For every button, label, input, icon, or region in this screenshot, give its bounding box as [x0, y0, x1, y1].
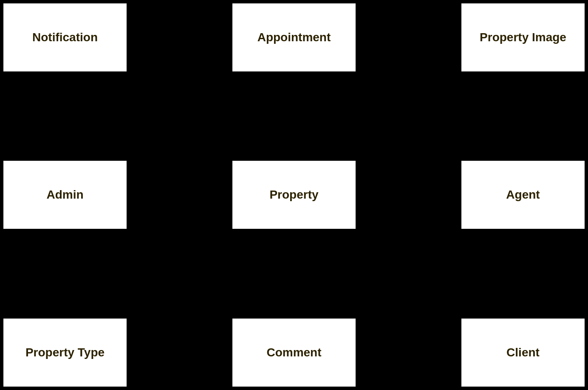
client-label: Client: [506, 346, 540, 359]
comment-label: Comment: [266, 346, 321, 359]
appointment-card[interactable]: Appointment: [232, 3, 356, 71]
cell-appointment: Appointment: [196, 0, 392, 130]
cell-property: Property: [196, 130, 392, 260]
property-card[interactable]: Property: [232, 161, 356, 229]
notification-label: Notification: [32, 31, 98, 44]
admin-label: Admin: [46, 188, 83, 202]
property-type-label: Property Type: [25, 346, 105, 359]
cell-client: Client: [392, 260, 588, 390]
property-label: Property: [269, 188, 318, 202]
client-card[interactable]: Client: [461, 319, 585, 387]
cell-property-type: Property Type: [0, 260, 196, 390]
agent-label: Agent: [506, 188, 540, 202]
appointment-label: Appointment: [257, 31, 331, 44]
cell-agent: Agent: [392, 130, 588, 260]
property-image-card[interactable]: Property Image: [461, 3, 585, 71]
cell-admin: Admin: [0, 130, 196, 260]
cell-comment: Comment: [196, 260, 392, 390]
property-image-label: Property Image: [480, 31, 566, 44]
agent-card[interactable]: Agent: [461, 161, 585, 229]
cell-notification: Notification: [0, 0, 196, 130]
notification-card[interactable]: Notification: [3, 3, 127, 71]
cell-property-image: Property Image: [392, 0, 588, 130]
admin-card[interactable]: Admin: [3, 161, 127, 229]
comment-card[interactable]: Comment: [232, 319, 356, 387]
property-type-card[interactable]: Property Type: [3, 319, 127, 387]
